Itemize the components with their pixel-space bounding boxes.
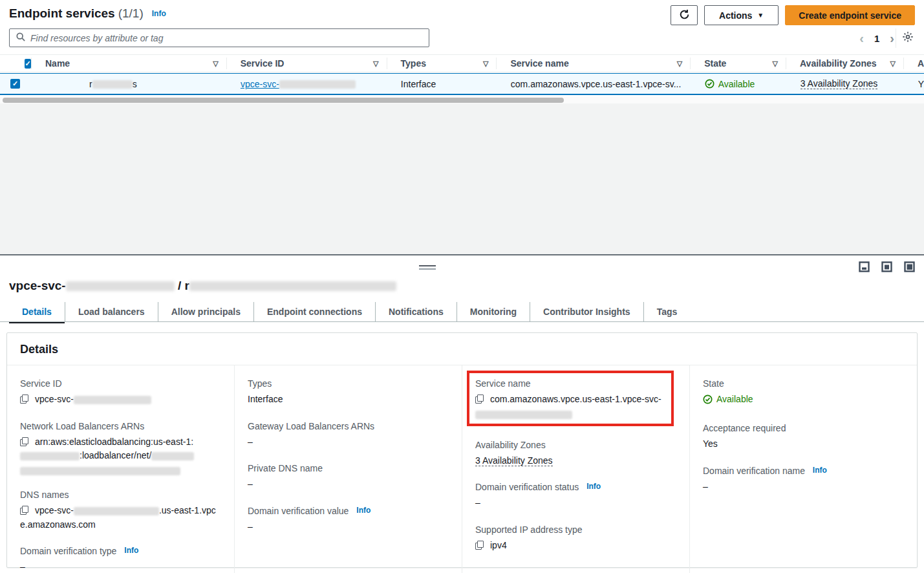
tab-details[interactable]: Details [9, 302, 65, 321]
column-header-service-id: Service ID [241, 58, 285, 69]
copy-icon[interactable] [20, 506, 28, 514]
column-header-types: Types [401, 58, 426, 69]
redacted-text [279, 80, 356, 89]
panel-title-separator: / [178, 279, 181, 292]
actions-button-label: Actions [719, 10, 752, 21]
cell-acceptance: Y [904, 74, 924, 94]
panel-drag-handle[interactable] [419, 265, 436, 270]
actions-button[interactable]: Actions ▼ [704, 5, 779, 25]
filter-icon-types[interactable]: ▽ [483, 59, 488, 68]
current-page: 1 [874, 33, 879, 44]
domain-verification-value-info-link[interactable]: Info [356, 506, 371, 515]
filter-icon-availability-zones[interactable]: ▽ [890, 59, 895, 68]
panel-title: vpce-svc- / r [9, 279, 396, 293]
table-header-row: Name ▽ Service ID ▽ Types ▽ Service name… [0, 54, 924, 72]
field-label-domain-verification-type: Domain verification type [20, 546, 116, 556]
copy-icon[interactable] [475, 541, 484, 549]
prev-page-button[interactable]: ‹ [859, 32, 864, 45]
redacted-text [151, 452, 194, 460]
row-name-prefix: r [89, 79, 92, 89]
row-checkbox[interactable] [10, 79, 20, 89]
field-label-domain-verification-name: Domain verification name [703, 466, 805, 476]
redacted-text [20, 467, 180, 475]
tab-monitoring[interactable]: Monitoring [457, 302, 530, 321]
cell-availability-zones: 3 Availability Zones [786, 74, 904, 94]
field-label-supported-ip-type: Supported IP address type [475, 524, 676, 535]
tab-allow-principals[interactable]: Allow principals [158, 302, 254, 321]
panel-size-small-button[interactable] [859, 261, 870, 272]
title-info-link[interactable]: Info [152, 9, 166, 18]
endpoint-services-list-card: Endpoint services (1/1) Info Actions ▼ C… [0, 0, 924, 103]
check-circle-icon [705, 79, 714, 89]
field-label-acceptance-required: Acceptance required [703, 423, 904, 433]
cell-name: rs [31, 74, 226, 94]
copy-icon[interactable] [20, 437, 28, 446]
search-icon [16, 32, 25, 44]
refresh-button[interactable] [671, 5, 698, 25]
domain-verification-type-info-link[interactable]: Info [124, 546, 138, 555]
filter-icon-state[interactable]: ▽ [773, 59, 778, 68]
search-input[interactable] [30, 33, 422, 43]
gear-icon [902, 31, 914, 45]
row-state: Available [718, 79, 755, 89]
state-value: Available [716, 393, 753, 407]
copy-icon[interactable] [20, 395, 28, 403]
filter-icon-name[interactable]: ▽ [213, 59, 218, 68]
panel-tabs: Details Load balancers Allow principals … [9, 302, 690, 321]
tab-load-balancers[interactable]: Load balancers [65, 302, 158, 321]
details-card: Details Service ID vpce-svc- Network Loa… [6, 332, 918, 568]
column-header-availability-zones: Availability Zones [800, 58, 877, 69]
availability-zones-detail-link[interactable]: 3 Availability Zones [475, 455, 553, 466]
glb-arns-value: – [248, 435, 449, 449]
preferences-button[interactable] [896, 28, 919, 48]
detail-split-panel: vpce-svc- / r Details Load balancers All… [0, 254, 924, 573]
tab-contributor-insights[interactable]: Contributor Insights [530, 302, 644, 321]
filter-icon-service-id[interactable]: ▽ [373, 59, 378, 68]
table-row[interactable]: rs vpce-svc- Interface com.amazonaws.vpc… [0, 73, 924, 95]
domain-verification-status-value: – [475, 496, 676, 510]
column-header-name: Name [45, 58, 70, 69]
tabs-divider [0, 321, 924, 322]
check-circle-icon [703, 395, 713, 404]
service-id-link[interactable]: vpce-svc- [241, 79, 356, 89]
types-value: Interface [248, 393, 449, 407]
details-column-1: Service ID vpce-svc- Network Load Balanc… [7, 365, 234, 573]
horizontal-scrollbar-thumb[interactable] [3, 98, 564, 103]
select-all-checkbox[interactable] [25, 59, 31, 69]
page-title-text: Endpoint services [9, 6, 115, 20]
next-page-button[interactable]: › [890, 32, 894, 45]
redacted-text [74, 507, 159, 515]
refresh-icon [679, 9, 690, 22]
row-acceptance: Y [918, 79, 924, 89]
copy-icon[interactable] [475, 395, 484, 403]
availability-zones-popover-link[interactable]: 3 Availability Zones [800, 78, 878, 89]
result-count: (1/1) [118, 6, 144, 20]
supported-ip-type-value: ipv4 [490, 540, 507, 550]
create-endpoint-service-button[interactable]: Create endpoint service [785, 5, 915, 25]
panel-title-name-prefix: r [185, 279, 189, 292]
details-column-4: State Available Acceptance required Yes [689, 365, 917, 573]
row-types: Interface [401, 79, 436, 89]
row-name-suffix: s [133, 79, 137, 89]
resource-filter[interactable] [9, 28, 429, 47]
field-label-nlb-arns: Network Load Balancers ARNs [20, 421, 221, 431]
acceptance-required-value: Yes [703, 437, 904, 451]
tab-endpoint-connections[interactable]: Endpoint connections [254, 302, 376, 321]
cell-service-name: com.amazonaws.vpce.us-east-1.vpce-sv... [497, 74, 691, 94]
domain-verification-value-value: – [248, 520, 449, 534]
domain-verification-name-info-link[interactable]: Info [813, 466, 827, 475]
redacted-text [20, 452, 80, 460]
field-label-state: State [703, 378, 904, 389]
panel-size-medium-button[interactable] [881, 261, 892, 272]
tab-notifications[interactable]: Notifications [376, 302, 457, 321]
tab-tags[interactable]: Tags [644, 302, 691, 321]
field-label-dns-names: DNS names [20, 490, 221, 500]
field-label-domain-verification-value: Domain verification value [248, 506, 349, 516]
field-label-availability-zones: Availability Zones [475, 440, 676, 450]
filter-icon-service-name[interactable]: ▽ [677, 59, 682, 68]
domain-verification-type-value: – [20, 560, 221, 573]
column-header-service-name: Service name [510, 58, 568, 69]
panel-size-large-button[interactable] [904, 261, 915, 272]
service-id-value: vpce-svc- [35, 394, 74, 404]
domain-verification-status-info-link[interactable]: Info [586, 482, 601, 491]
